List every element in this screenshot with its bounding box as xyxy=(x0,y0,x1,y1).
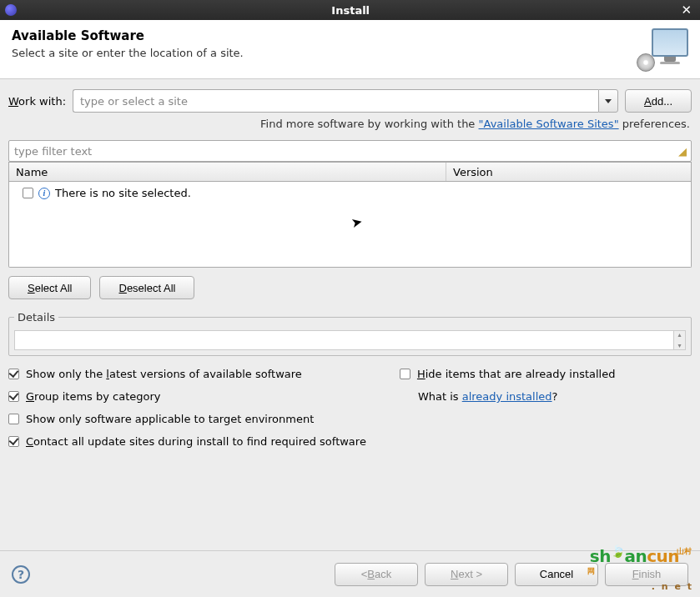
select-all-button[interactable]: Select All xyxy=(8,276,91,299)
column-version[interactable]: Version xyxy=(446,166,691,178)
help-icon[interactable]: ? xyxy=(12,565,30,584)
empty-message: There is no site selected. xyxy=(55,187,191,199)
titlebar: Install ✕ xyxy=(0,0,700,20)
table-row: i There is no site selected. xyxy=(14,185,686,201)
details-legend: Details xyxy=(14,311,58,324)
window-title: Install xyxy=(23,4,677,17)
already-installed-link[interactable]: already installed xyxy=(462,390,552,403)
filter-input[interactable]: type filter text xyxy=(8,140,692,162)
checkbox-applicable[interactable] xyxy=(8,414,19,424)
deselect-all-button[interactable]: Deselect All xyxy=(99,276,194,299)
work-with-label: Work with: xyxy=(8,95,66,108)
option-latest-versions[interactable]: Show only the latest versions of availab… xyxy=(8,368,366,380)
checkbox-contact[interactable] xyxy=(8,436,19,447)
wizard-footer: ? < Back Next > Cancel Finish xyxy=(0,550,700,597)
checkbox-group[interactable] xyxy=(8,391,19,402)
back-button[interactable]: < Back xyxy=(335,563,418,586)
available-sites-link[interactable]: "Available Software Sites" xyxy=(479,118,619,130)
details-scrollbar[interactable]: ▴▾ xyxy=(673,331,685,349)
chevron-down-icon xyxy=(605,99,612,103)
option-applicable-env[interactable]: Show only software applicable to target … xyxy=(8,413,366,425)
sites-hint: Find more software by working with the "… xyxy=(8,118,692,130)
finish-button[interactable]: Finish xyxy=(605,563,688,586)
next-button[interactable]: Next > xyxy=(425,563,508,586)
option-group-by-category[interactable]: Group items by category xyxy=(8,390,366,403)
install-icon xyxy=(642,28,688,70)
checkbox-latest[interactable] xyxy=(8,369,19,379)
app-icon xyxy=(5,4,17,16)
checkbox-hide[interactable] xyxy=(400,369,410,379)
already-installed-hint: What is already installed? xyxy=(400,390,616,403)
option-hide-installed[interactable]: Hide items that are already installed xyxy=(400,368,616,380)
work-with-input[interactable]: type or select a site xyxy=(73,89,598,113)
close-icon[interactable]: ✕ xyxy=(677,3,695,18)
page-subtitle: Select a site or enter the location of a… xyxy=(12,47,642,59)
software-table: Name Version i There is no site selected… xyxy=(8,162,692,268)
column-name[interactable]: Name xyxy=(9,163,446,181)
details-group: Details ▴▾ xyxy=(8,311,692,356)
wizard-header: Available Software Select a site or ente… xyxy=(0,20,700,79)
option-contact-sites[interactable]: Contact all update sites during install … xyxy=(8,435,366,448)
work-with-dropdown-button[interactable] xyxy=(598,89,618,113)
clear-filter-icon[interactable]: ◢ xyxy=(678,145,687,158)
table-header: Name Version xyxy=(9,162,691,182)
work-with-combo[interactable]: type or select a site xyxy=(73,89,618,113)
info-icon: i xyxy=(38,188,50,199)
add-button[interactable]: Add... xyxy=(625,89,692,113)
page-title: Available Software xyxy=(12,28,642,43)
details-text: ▴▾ xyxy=(14,330,686,350)
cancel-button[interactable]: Cancel xyxy=(515,563,598,586)
row-checkbox[interactable] xyxy=(23,188,33,198)
